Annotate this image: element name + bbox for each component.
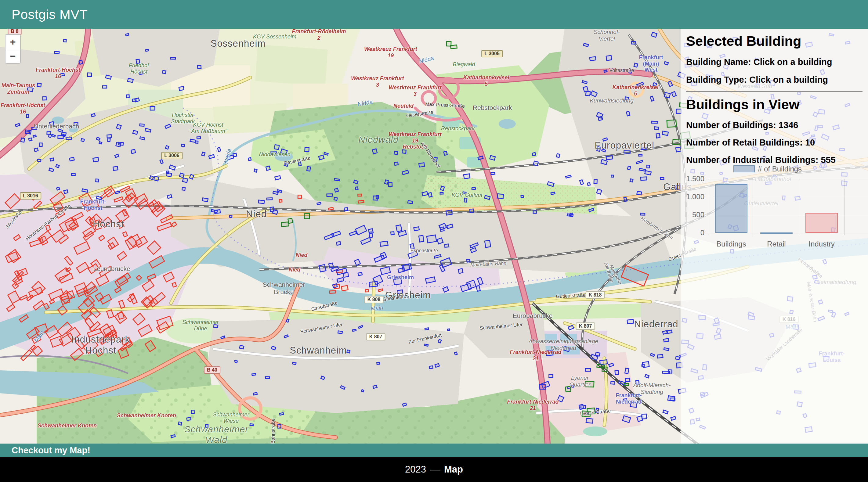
chart-gridline	[754, 179, 754, 235]
building-type-line: Building Type: Click on a building	[686, 74, 868, 85]
chart-x-label: Retail	[767, 240, 785, 248]
building-stat-line: Number of Buildings: 1346	[686, 120, 868, 130]
chart-bar-buildings	[715, 184, 747, 233]
zoom-out-button[interactable]: −	[5, 49, 20, 63]
zoom-in-button[interactable]: +	[5, 35, 20, 49]
bottom-bar-year: 2023	[405, 464, 426, 475]
chart-x-label: Industry	[808, 240, 834, 248]
chart-gridline	[706, 179, 868, 179]
chart-bar-industry	[805, 213, 838, 233]
chart-y-tick: 500	[692, 211, 705, 219]
buildings-bar-chart[interactable]: # of Buildings05001.0001.500BuildingsRet…	[681, 161, 868, 262]
app-header: Postgis MVT	[0, 0, 868, 29]
page-title: Postgis MVT	[0, 7, 88, 22]
panel-divider	[686, 91, 863, 92]
chart-y-tick: 1.500	[686, 174, 705, 183]
chart-legend-swatch	[734, 165, 755, 172]
building-name-label: Building Name:	[686, 57, 751, 67]
buildings-in-view-title: Buildings in View	[686, 96, 868, 113]
chart-x-label: Buildings	[716, 240, 746, 248]
building-name-line: Building Name: Click on a building	[686, 57, 868, 67]
bottom-bar: 2023 — Map	[0, 457, 868, 482]
zoom-control: + −	[5, 34, 21, 64]
building-type-label: Building Type:	[686, 75, 747, 85]
info-panel: Selected Building Building Name: Click o…	[681, 29, 868, 444]
chart-y-tick: 1.000	[686, 192, 705, 201]
building-name-value: Click on a building	[753, 57, 832, 67]
app-window: Postgis MVT	[0, 0, 868, 482]
building-type-value: Click on a building	[749, 75, 828, 85]
bottom-bar-separator: —	[430, 464, 440, 475]
selected-building-title: Selected Building	[686, 33, 868, 50]
footer-note: Checkout my Map!	[0, 445, 90, 455]
building-stat-line: Number of Retail Buildings: 10	[686, 137, 868, 148]
chart-y-tick: 0	[701, 228, 705, 237]
chart-gridline	[844, 179, 844, 235]
bottom-bar-site-link[interactable]: Map	[444, 464, 463, 475]
chart-bar-retail	[760, 232, 793, 234]
map-footer: Checkout my Map!	[0, 444, 868, 457]
building-stats-list: Number of Buildings: 1346Number of Retai…	[686, 120, 868, 165]
chart-legend-label: # of Buildings	[758, 165, 802, 173]
chart-gridline	[799, 179, 799, 235]
chart-gridline	[709, 179, 709, 235]
map[interactable]: SossenheimUnterliederbachHöchstNiedNiedw…	[0, 29, 868, 444]
